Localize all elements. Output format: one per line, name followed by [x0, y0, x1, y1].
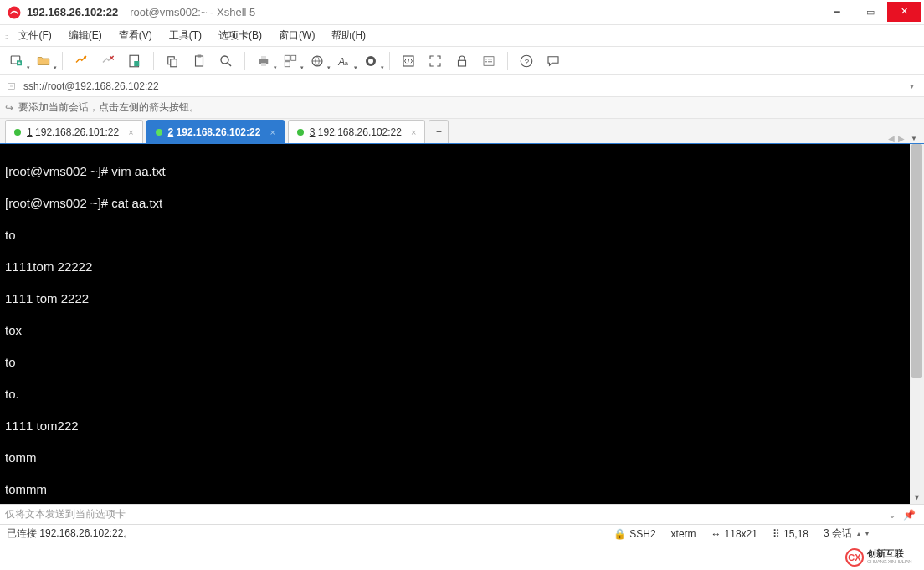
menu-help[interactable]: 帮助(H): [323, 26, 374, 45]
session-tab-3[interactable]: 3 192.168.26.102:22 ×: [288, 120, 426, 143]
toolbar-separator: [244, 52, 245, 70]
add-session-arrow-button[interactable]: [5, 81, 18, 91]
lock-button[interactable]: [450, 49, 474, 73]
fullscreen-button[interactable]: [424, 49, 447, 73]
status-bar: 已连接 192.168.26.102:22。 🔒SSH2 xterm ↔118x…: [0, 524, 924, 542]
tab-close-icon[interactable]: ×: [270, 127, 275, 137]
scroll-thumb[interactable]: [911, 144, 922, 378]
svg-rect-5: [134, 61, 139, 66]
menu-tabs[interactable]: 选项卡(B): [210, 26, 270, 45]
address-url[interactable]: ssh://root@192.168.26.102:22: [23, 80, 905, 92]
menu-window[interactable]: 窗口(W): [270, 26, 323, 45]
svg-point-21: [368, 59, 373, 64]
svg-point-27: [490, 59, 492, 60]
toolbar: Aa ?: [0, 47, 924, 75]
find-button[interactable]: [214, 49, 238, 73]
send-bar: 仅将文本发送到当前选项卡 ⌄ 📌: [0, 504, 924, 524]
svg-text:a: a: [345, 59, 349, 66]
chat-button[interactable]: [542, 49, 565, 73]
status-protocol: 🔒SSH2: [613, 528, 655, 540]
globe-button[interactable]: [305, 49, 329, 73]
title-bar: 192.168.26.102:22 root@vms002:~ - Xshell…: [0, 0, 924, 25]
svg-point-10: [221, 56, 228, 64]
paste-button[interactable]: [187, 49, 211, 73]
terminal-line: tommm: [5, 481, 919, 497]
watermark: CX 创新互联 CHUANG XINHULIAN: [842, 545, 924, 570]
new-session-button[interactable]: [5, 49, 28, 73]
tab-nav-right-icon[interactable]: ▶: [898, 134, 905, 143]
status-cursor-pos: ⠿15,18: [773, 528, 808, 540]
terminal-line: to.: [5, 386, 919, 402]
terminal-line: [root@vms002 ~]# cat aa.txt: [5, 195, 919, 211]
tab-nav-left-icon[interactable]: ◀: [888, 134, 895, 143]
menu-edit[interactable]: 编辑(E): [60, 26, 110, 45]
menu-file[interactable]: 文件(F): [10, 26, 59, 45]
connect-button[interactable]: [69, 49, 93, 73]
windows-button[interactable]: [279, 49, 302, 73]
watermark-cn: 创新互联: [867, 549, 911, 557]
tab-label: 3 192.168.26.102:22: [310, 126, 402, 138]
maximize-button[interactable]: ▭: [854, 3, 887, 22]
size-icon: ↔: [711, 528, 721, 540]
hint-arrow-icon[interactable]: ↪: [5, 102, 13, 114]
session-tab-2[interactable]: 2 192.168.26.102:22 ×: [146, 120, 285, 143]
tab-close-icon[interactable]: ×: [128, 127, 133, 137]
add-tab-button[interactable]: +: [429, 120, 449, 143]
copy-button[interactable]: [161, 49, 184, 73]
tab-label: 2 192.168.26.102:22: [168, 126, 261, 138]
open-session-button[interactable]: [32, 49, 55, 73]
hint-bar: ↪ 要添加当前会话，点击左侧的箭头按钮。: [0, 97, 924, 119]
svg-rect-7: [171, 59, 177, 66]
svg-point-0: [8, 6, 21, 18]
svg-text:?: ?: [525, 56, 530, 65]
print-button[interactable]: [252, 49, 275, 73]
window-title-main: 192.168.26.102:22: [27, 6, 118, 18]
menu-tools[interactable]: 工具(T): [161, 26, 210, 45]
session-tab-1[interactable]: 1 192.168.26.101:22 ×: [5, 120, 143, 143]
minimize-button[interactable]: ━: [820, 3, 854, 22]
disconnect-button[interactable]: [96, 49, 120, 73]
font-button[interactable]: Aa: [332, 49, 356, 73]
status-dot-icon: [14, 129, 21, 136]
svg-rect-15: [291, 55, 296, 60]
window-title-sub: root@vms002:~ - Xshell 5: [130, 6, 255, 18]
terminal-output[interactable]: [root@vms002 ~]# vim aa.txt [root@vms002…: [0, 144, 924, 504]
address-bar: ssh://root@192.168.26.102:22 ▾: [0, 75, 924, 97]
menu-view[interactable]: 查看(V): [110, 26, 161, 45]
script-button[interactable]: [397, 49, 420, 73]
menu-bar: ∙∙∙∙∙∙ 文件(F) 编辑(E) 查看(V) 工具(T) 选项卡(B) 窗口…: [0, 25, 924, 47]
svg-point-26: [488, 59, 490, 60]
scroll-down-icon[interactable]: ▼: [910, 490, 924, 504]
keypad-button[interactable]: [477, 49, 501, 73]
status-sessions[interactable]: 3 会话▴▾: [824, 526, 869, 541]
drag-handle-icon[interactable]: ∙∙∙∙∙∙: [5, 32, 7, 39]
help-button[interactable]: ?: [515, 49, 538, 73]
position-icon: ⠿: [773, 528, 780, 540]
send-target-dropdown[interactable]: ⌄: [885, 509, 900, 521]
send-input[interactable]: 仅将文本发送到当前选项卡: [5, 507, 885, 521]
tab-label: 1 192.168.26.101:22: [27, 126, 119, 138]
address-dropdown-icon[interactable]: ▾: [905, 81, 919, 90]
terminal-line: to: [5, 227, 919, 243]
tab-list-dropdown-icon[interactable]: ▼: [911, 135, 917, 142]
color-button[interactable]: [359, 49, 382, 73]
terminal-line: 1111 tom222: [5, 418, 919, 434]
tab-bar: 1 192.168.26.101:22 × 2 192.168.26.102:2…: [0, 119, 924, 144]
watermark-logo-icon: CX: [845, 548, 864, 567]
status-dot-icon: [297, 129, 304, 136]
terminal-area[interactable]: [root@vms002 ~]# vim aa.txt [root@vms002…: [0, 144, 924, 504]
properties-button[interactable]: [123, 49, 146, 73]
svg-point-25: [485, 59, 487, 60]
lock-small-icon: 🔒: [613, 528, 626, 540]
watermark-en: CHUANG XINHULIAN: [867, 557, 911, 566]
tab-close-icon[interactable]: ×: [411, 127, 416, 137]
svg-rect-14: [285, 55, 290, 60]
close-button[interactable]: ✕: [887, 2, 921, 22]
svg-point-3: [84, 56, 86, 59]
svg-rect-16: [285, 61, 290, 66]
terminal-line: tox: [5, 322, 919, 338]
send-pin-button[interactable]: 📌: [900, 509, 919, 521]
terminal-scrollbar[interactable]: ▲ ▼: [910, 144, 924, 504]
status-size: ↔118x21: [711, 528, 757, 540]
svg-rect-8: [196, 56, 203, 66]
